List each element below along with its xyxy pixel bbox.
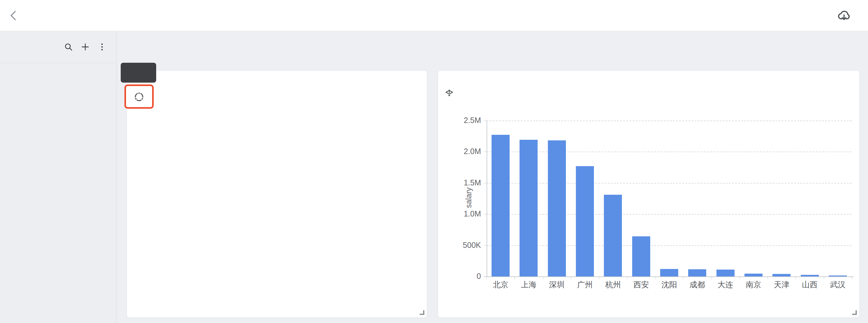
x-axis-tick (711, 277, 712, 279)
x-axis-category-label: 山西 (796, 280, 824, 290)
x-axis-line (484, 277, 854, 277)
y-axis-tick-label: 500K (444, 241, 481, 250)
bar-chart-card: 0500K1.0M1.5M2.0M2.5M北京上海深圳广州杭州西安沈阳成都大连南… (438, 71, 859, 317)
body-row: 0500K1.0M1.5M2.0M2.5M北京上海深圳广州杭州西安沈阳成都大连南… (0, 31, 868, 323)
x-axis-category-label: 成都 (683, 280, 711, 290)
y-axis-line (487, 120, 487, 277)
x-axis-category-label: 武汉 (824, 280, 851, 290)
bar-南京[interactable] (744, 274, 763, 277)
y-axis-tick-label: 2.5M (444, 116, 481, 125)
sidebar (0, 31, 117, 323)
bar-北京[interactable] (492, 135, 509, 277)
bar-成都[interactable] (688, 269, 706, 277)
x-axis-tick (487, 277, 487, 279)
search-icon[interactable] (64, 42, 73, 51)
bar-chart: 0500K1.0M1.5M2.0M2.5M北京上海深圳广州杭州西安沈阳成都大连南… (438, 71, 859, 317)
resize-handle[interactable] (852, 310, 857, 315)
gridline (487, 214, 852, 215)
x-axis-category-label: 天津 (768, 280, 795, 290)
x-axis-category-label: 沈阳 (655, 280, 683, 290)
x-axis-category-label: 深圳 (543, 280, 570, 290)
x-axis-tick (796, 277, 796, 279)
back-button[interactable] (7, 9, 20, 22)
x-axis-tick (515, 277, 515, 279)
x-axis-tick (655, 277, 655, 279)
x-axis-tick (627, 277, 627, 279)
bar-沈阳[interactable] (660, 269, 678, 277)
bar-山西[interactable] (801, 275, 819, 277)
gridline (487, 245, 852, 246)
more-vertical-icon[interactable] (97, 42, 107, 51)
y-axis-tick (484, 214, 487, 214)
top-header (0, 0, 868, 31)
x-axis-tick (599, 277, 599, 279)
bar-天津[interactable] (773, 274, 790, 277)
x-axis-tick (740, 277, 740, 279)
add-icon[interactable] (81, 42, 90, 51)
x-axis-category-label: 上海 (515, 280, 542, 290)
linkage-tooltip (121, 63, 156, 83)
y-axis-tick-label: 2.0M (444, 147, 481, 156)
bar-杭州[interactable] (604, 195, 622, 277)
y-axis-tick-label: 1.5M (444, 178, 481, 187)
bar-西安[interactable] (632, 236, 650, 277)
y-axis-tick (484, 120, 487, 121)
x-axis-category-label: 大连 (712, 280, 739, 290)
linkage-highlight-box (124, 84, 154, 109)
gridline (487, 120, 852, 121)
chevron-left-icon (7, 9, 20, 22)
y-axis-tick-label: 1.0M (444, 209, 481, 218)
x-axis-tick (768, 277, 768, 279)
cloud-download-icon[interactable] (836, 8, 852, 22)
x-axis-tick (824, 277, 824, 279)
bar-深圳[interactable] (548, 140, 566, 277)
y-axis-tick (484, 245, 487, 246)
linkage-icon[interactable] (133, 91, 145, 103)
y-axis-tick-label: 0 (444, 272, 481, 281)
pie-chart-card (127, 71, 427, 317)
app: 0500K1.0M1.5M2.0M2.5M北京上海深圳广州杭州西安沈阳成都大连南… (0, 0, 868, 323)
sidebar-toolbar (0, 31, 117, 63)
x-axis-category-label: 广州 (571, 280, 598, 290)
x-axis-category-label: 杭州 (599, 280, 627, 290)
x-axis-tick (571, 277, 571, 279)
x-axis-category-label: 南京 (740, 280, 767, 290)
pie-chart (127, 71, 427, 317)
x-axis-category-label: 西安 (627, 280, 655, 290)
bar-广州[interactable] (576, 166, 594, 277)
y-axis-title: salary (464, 179, 473, 217)
gridline (487, 151, 852, 152)
bar-大连[interactable] (716, 270, 735, 277)
bar-上海[interactable] (520, 140, 537, 277)
gridline (487, 183, 852, 184)
x-axis-category-label: 北京 (487, 280, 514, 290)
resize-handle[interactable] (420, 310, 424, 315)
bar-武汉[interactable] (829, 276, 847, 277)
x-axis-tick (543, 277, 543, 279)
main-area: 0500K1.0M1.5M2.0M2.5M北京上海深圳广州杭州西安沈阳成都大连南… (117, 31, 868, 323)
y-axis-tick (484, 183, 487, 183)
x-axis-tick (852, 277, 852, 279)
y-axis-tick (484, 151, 487, 152)
